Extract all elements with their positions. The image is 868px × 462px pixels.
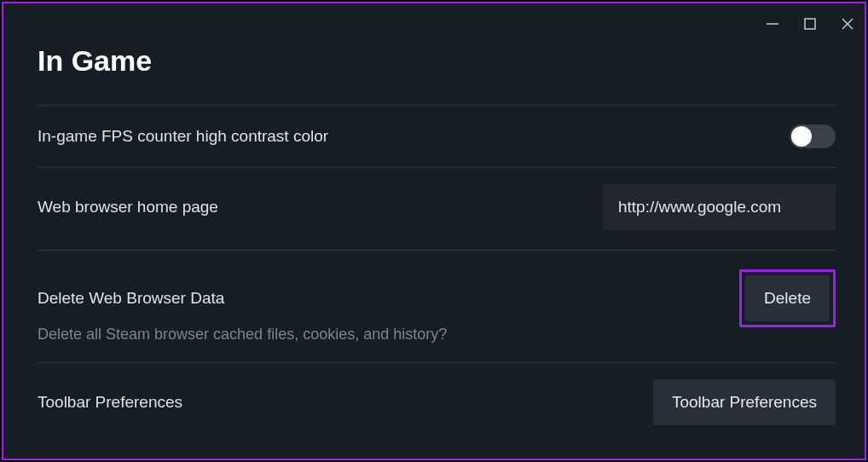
page-title: In Game: [38, 44, 836, 78]
toolbar-prefs-label: Toolbar Preferences: [38, 393, 182, 412]
delete-button-highlight: Delete: [739, 269, 836, 327]
setting-delete-browser-data: Delete Web Browser Data Delete: [38, 251, 836, 331]
browser-home-input[interactable]: [603, 184, 836, 230]
svg-rect-1: [805, 19, 815, 29]
delete-button[interactable]: Delete: [745, 275, 830, 321]
toolbar-prefs-button[interactable]: Toolbar Preferences: [653, 379, 836, 425]
setting-browser-home: Web browser home page: [38, 168, 836, 250]
delete-data-label: Delete Web Browser Data: [38, 289, 224, 308]
minimize-icon[interactable]: [764, 15, 781, 32]
maximize-icon[interactable]: [801, 15, 819, 32]
setting-fps-contrast: In-game FPS counter high contrast color: [38, 106, 836, 167]
close-icon[interactable]: [839, 15, 856, 32]
toggle-knob: [791, 126, 812, 147]
fps-contrast-label: In-game FPS counter high contrast color: [38, 127, 328, 146]
setting-toolbar-prefs: Toolbar Preferences Toolbar Preferences: [38, 363, 836, 442]
fps-contrast-toggle[interactable]: [790, 124, 836, 148]
delete-data-description: Delete all Steam browser cached files, c…: [38, 326, 836, 344]
browser-home-label: Web browser home page: [38, 198, 218, 217]
titlebar: [3, 3, 865, 44]
